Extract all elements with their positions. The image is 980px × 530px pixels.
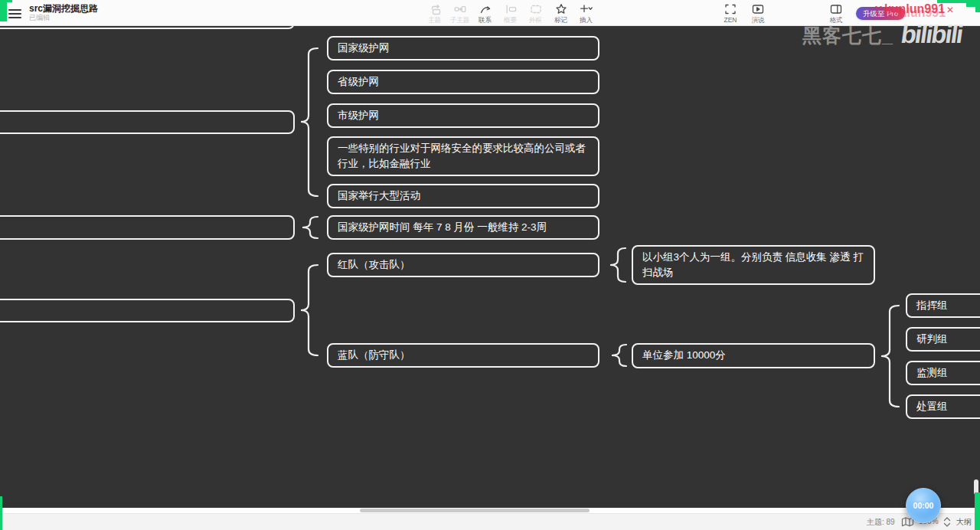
tool-insert[interactable]: 插入 [573,2,599,25]
mindmap-node[interactable]: 以小组3个人为一组。分别负责 信息收集 渗透 打扫战场 [632,245,875,285]
summary-icon [505,3,517,15]
mindmap-node[interactable]: 监测组 [906,361,980,385]
recording-time: 00:00 [913,501,934,510]
tool-marker[interactable]: 标记 [548,2,573,25]
mindmap-node[interactable]: 市级护网 [327,103,599,128]
relationship-icon [479,3,492,15]
mindmap-node[interactable]: 单位参加 10000分 [632,343,875,368]
mindmap-node-clipped[interactable] [0,110,295,134]
horizontal-scrollbar [0,508,980,513]
brace [301,48,318,196]
mindmap-node[interactable]: 国家级护网时间 每年 7 8 月份 一般维持 2-3周 [327,215,599,240]
mindmap-node[interactable]: 国家举行大型活动 [327,184,599,208]
brace [612,345,626,366]
tool-add-subtopic[interactable]: 子主题 [447,2,472,25]
mindmap-node-clipped[interactable] [0,215,295,240]
document-title: src漏洞挖掘思路 [29,3,98,14]
mindmap-node[interactable]: 国家级护网 [327,36,599,61]
add-subtopic-icon [454,3,466,15]
zoom-stepper-icon[interactable] [942,515,952,530]
mindmap-node[interactable]: 省级护网 [327,70,599,94]
tool-format-panel[interactable]: 格式 [822,2,850,25]
mindmap-node[interactable]: 处置组 [906,394,980,419]
boundary-icon [530,3,542,15]
tool-boundary[interactable]: 外框 [523,2,548,25]
brace [301,265,318,355]
document-save-status: 已编辑 [29,14,98,22]
mindmap-node[interactable]: 一些特别的行业对于网络安全的要求比较高的公司或者行业，比如金融行业 [327,136,599,176]
mindmap-node[interactable]: 指挥组 [906,293,980,318]
brace [610,248,626,282]
marker-star-icon [555,3,567,15]
mindmap-node[interactable]: 红队（攻击队） [327,253,599,277]
outline-toggle[interactable]: 大纲 [956,517,972,528]
mindmap-node-clipped[interactable] [0,299,295,322]
tool-add-topic[interactable]: 主题 [422,2,447,25]
app-window: 国家级护网 省级护网 市级护网 一些特别的行业对于网络安全的要求比较高的公司或者… [0,0,980,530]
recording-timer-bubble[interactable]: 00:00 [906,488,941,523]
topic-count: 主题: 89 [867,517,895,528]
upgrade-pro-button[interactable]: 升级至 Pro [856,7,905,20]
mindmap-node[interactable]: 蓝队（防守队） [327,343,599,368]
toolbar-format-group: 格式 [822,2,850,25]
tool-relationship[interactable]: 联系 [472,2,498,25]
horizontal-scrollbar-thumb[interactable] [360,509,590,512]
insert-plus-icon [580,3,593,15]
tool-zen-mode[interactable]: ZEN [717,2,744,25]
brace [302,217,318,238]
format-panel-icon [830,3,842,15]
status-bar: 主题: 89 150% 大纲 [0,513,980,530]
document-title-block: src漏洞挖掘思路 已编辑 [29,3,98,22]
add-topic-icon [429,3,441,15]
zen-brackets-icon [724,3,737,15]
hamburger-menu-icon[interactable] [8,7,24,19]
toolbar: src漏洞挖掘思路 已编辑 主题 子主题 联系 概要 外框 [0,0,980,26]
brace [881,306,899,407]
tool-presentation[interactable]: 演说 [744,2,772,25]
vertical-scrollbar-thumb[interactable] [974,479,978,495]
tool-summary[interactable]: 概要 [498,2,523,25]
mindmap-canvas[interactable]: 国家级护网 省级护网 市级护网 一些特别的行业对于网络安全的要求比较高的公司或者… [0,26,980,508]
mindmap-node[interactable]: 研判组 [906,327,980,352]
toolbar-view-group: ZEN 演说 [717,2,772,25]
toolbar-center-group: 主题 子主题 联系 概要 外框 标记 [422,2,599,25]
play-presentation-icon [752,3,764,15]
